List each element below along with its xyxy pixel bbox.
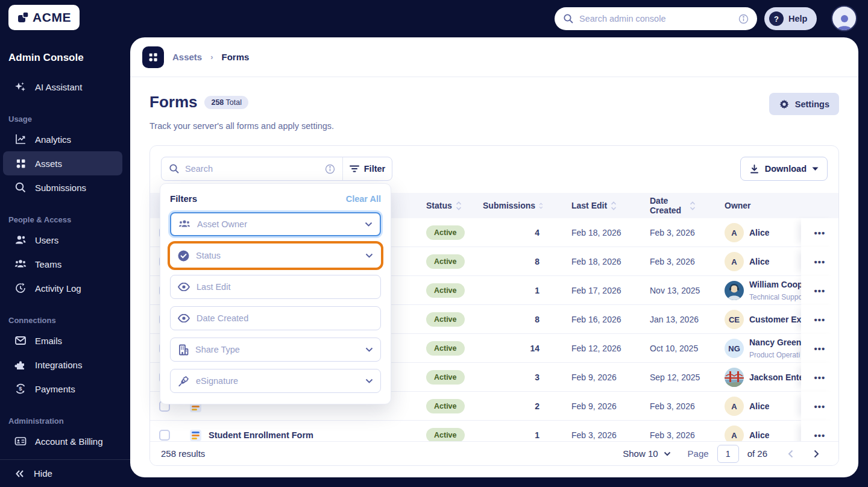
row-actions-button[interactable]: ••• (801, 363, 838, 392)
activity-log-icon (14, 282, 27, 294)
user-avatar[interactable] (831, 5, 857, 31)
building-icon (178, 344, 189, 356)
last-edit-date: Feb 18, 2026 (561, 257, 640, 266)
filter-field-esignature[interactable]: eSignature (170, 369, 381, 393)
sidebar-item-payments[interactable]: $ Payments (3, 377, 122, 401)
previous-page-button[interactable] (782, 447, 799, 460)
owner-name: Alice (749, 430, 769, 440)
filter-field-asset-owner[interactable]: Asset Owner (170, 212, 381, 236)
header-label: Status (426, 201, 452, 210)
column-header-status[interactable]: Status (417, 201, 483, 210)
teams-icon (14, 258, 27, 270)
last-edit-date: Feb 16, 2026 (561, 315, 640, 324)
sidebar-item-teams[interactable]: Teams (3, 252, 122, 276)
eye-icon (178, 283, 190, 291)
row-actions-button[interactable]: ••• (801, 218, 838, 247)
admin-search-input[interactable] (579, 14, 733, 24)
sidebar-item-activity-log[interactable]: Activity Log (3, 276, 122, 300)
table-search-input[interactable] (185, 164, 319, 174)
avatar-photo (725, 281, 744, 300)
row-actions-button[interactable]: ••• (801, 334, 838, 363)
ellipsis-icon: ••• (814, 228, 826, 238)
sidebar-item-analytics[interactable]: Analytics (3, 127, 122, 151)
ellipsis-icon: ••• (814, 401, 826, 412)
row-actions-button[interactable]: ••• (801, 276, 838, 305)
filter-field-last-edit[interactable]: Last Edit (170, 275, 381, 299)
table-footer: 258 results Show 10 Page of 26 (150, 441, 838, 465)
chevron-down-icon (365, 347, 373, 352)
clear-all-button[interactable]: Clear All (346, 194, 381, 204)
sort-icon[interactable] (539, 201, 543, 210)
avatar: CE (725, 310, 744, 329)
form-name: Student Enrollment Form (209, 430, 313, 440)
row-actions-button[interactable]: ••• (801, 247, 838, 276)
owner-name: Customer Exp (749, 315, 801, 324)
next-page-button[interactable] (808, 447, 825, 460)
topbar: ACME ? Help (0, 0, 868, 37)
section-label-usage: Usage (8, 115, 130, 124)
filter-lines-icon (350, 165, 359, 173)
sidebar-item-emails[interactable]: Emails (3, 328, 122, 353)
sidebar-hide-button[interactable]: Hide (0, 459, 130, 487)
id-card-icon (14, 435, 27, 447)
filter-field-date-created[interactable]: Date Created (170, 306, 381, 330)
help-button[interactable]: ? Help (764, 7, 817, 30)
double-chevron-left-icon (14, 469, 25, 479)
acme-logo[interactable]: ACME (8, 5, 80, 30)
download-button[interactable]: Download (740, 157, 828, 181)
settings-button[interactable]: Settings (769, 93, 839, 115)
owner-cell: A Alice (718, 252, 801, 271)
info-icon[interactable] (325, 164, 335, 174)
form-name-cell[interactable]: Student Enrollment Form (179, 430, 417, 441)
filter-field-share-type[interactable]: Share Type (170, 338, 381, 362)
sidebar-item-label: AI Assistant (35, 82, 82, 92)
sidebar-item-ai-assistant[interactable]: AI Assistant (3, 75, 122, 99)
signature-pen-icon (178, 375, 189, 387)
last-edit-date: Feb 17, 2026 (561, 286, 640, 295)
page-subtitle: Track your server's all forms and apply … (130, 115, 858, 131)
eye-icon (178, 314, 190, 322)
chevron-left-icon (788, 450, 793, 458)
row-checkbox[interactable] (159, 430, 170, 441)
page-size-select[interactable]: Show 10 (623, 448, 670, 459)
submissions-count: 8 (483, 257, 561, 266)
created-date: Feb 3, 2026 (640, 401, 718, 411)
header-label: Submissions (483, 201, 535, 210)
info-icon[interactable] (738, 14, 749, 24)
sidebar-item-label: Integrations (35, 360, 82, 370)
sidebar-item-assets[interactable]: Assets (3, 151, 122, 175)
sidebar-item-label: Submissions (35, 183, 86, 193)
column-header-date-created[interactable]: Date Created (640, 196, 718, 215)
filter-field-status[interactable]: Status (170, 244, 381, 268)
chevron-down-icon (365, 253, 373, 258)
sort-icon[interactable] (456, 201, 462, 210)
filter-button[interactable]: Filter (343, 157, 392, 180)
page-header: Forms 258 Total Settings (130, 77, 858, 115)
column-header-last-edit[interactable]: Last Edit (561, 201, 640, 210)
sort-icon[interactable] (690, 201, 696, 210)
sidebar-item-account-billing[interactable]: Account & Billing (3, 429, 122, 453)
row-actions-button[interactable]: ••• (801, 305, 838, 334)
last-edit-date: Feb 12, 2026 (561, 344, 640, 353)
breadcrumb-assets[interactable]: Assets (172, 52, 202, 62)
sidebar-item-label: Emails (35, 336, 62, 346)
sort-icon[interactable] (611, 201, 617, 210)
section-label-connections: Connections (8, 316, 130, 325)
filter-field-label: Status (196, 251, 359, 260)
column-header-submissions[interactable]: Submissions (483, 201, 561, 210)
status-badge: Active (426, 399, 465, 413)
created-date: Feb 3, 2026 (640, 228, 718, 237)
sidebar-item-users[interactable]: Users (3, 228, 122, 252)
sidebar-item-submissions[interactable]: Submissions (3, 175, 122, 200)
ellipsis-icon: ••• (814, 286, 826, 296)
row-actions-button[interactable]: ••• (801, 392, 838, 421)
owner-cell: William Coope Technical Suppo (718, 278, 801, 303)
last-edit-date: Feb 9, 2026 (561, 401, 640, 411)
settings-label: Settings (795, 99, 829, 109)
sidebar-item-integrations[interactable]: Integrations (3, 353, 122, 377)
page-number-input[interactable] (717, 445, 739, 463)
last-edit-date: Feb 3, 2026 (561, 430, 640, 440)
caret-down-icon (812, 167, 819, 171)
ellipsis-icon: ••• (814, 315, 826, 325)
table-toolbar: Filter Download (161, 157, 828, 181)
